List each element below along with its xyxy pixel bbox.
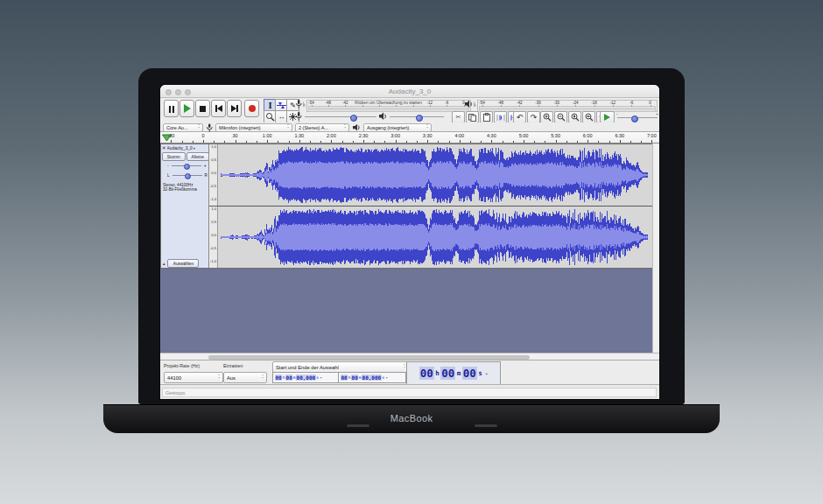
playback-meter-toolbar[interactable]: LR -54-48-42-36-30-24-18-12-60: [465, 99, 658, 111]
horizontal-scrollbar-thumb[interactable]: [208, 355, 530, 360]
pan-slider[interactable]: [170, 172, 205, 178]
meter-scale-tick: [613, 105, 614, 107]
audio-position-display[interactable]: 00h00m00s▾: [406, 361, 501, 385]
zoom-selection-button[interactable]: [568, 111, 581, 123]
ruler-tick: [267, 140, 268, 143]
close-track-icon[interactable]: ✕: [162, 145, 166, 150]
amplitude-scale-label: 0,5: [211, 158, 216, 162]
time-digits[interactable]: 00,000: [296, 374, 316, 381]
vertical-scale-left-channel[interactable]: 1,00,50,0-0,5-1,0: [209, 144, 218, 206]
chevron-updown-icon: ˆˇ: [196, 125, 200, 130]
waveform-right-channel[interactable]: [218, 206, 652, 268]
ruler-tick: [224, 141, 225, 143]
zoom-out-button[interactable]: [554, 111, 567, 123]
amplitude-scale-label: 0,5: [211, 220, 216, 224]
skip-to-end-button[interactable]: [227, 100, 242, 117]
dropdown-caret-icon[interactable]: ▾: [386, 375, 388, 380]
vertical-scrollbar[interactable]: [652, 144, 659, 353]
selection-end-time-field[interactable]: 00h00m00,000s▾: [338, 372, 406, 383]
audio-host-dropdown[interactable]: Core Au...ˆˇ: [163, 123, 203, 132]
stop-button[interactable]: [195, 100, 210, 117]
copy-button[interactable]: [466, 111, 479, 123]
dropdown-caret-icon[interactable]: ▾: [485, 371, 488, 376]
waveform-left-channel[interactable]: [218, 144, 652, 206]
select-track-button[interactable]: Auswählen: [167, 259, 199, 268]
record-button[interactable]: [244, 100, 259, 117]
macbook-screen: Audacity_3_0 I ✎ ↔: [138, 68, 685, 404]
meter-scale-tick: [594, 105, 595, 107]
device-toolbar: Core Au...ˆˇ Mikrofon (integriert)ˆˇ 2 (…: [160, 122, 659, 132]
trim-audio-button[interactable]: [494, 111, 507, 123]
recording-channels-dropdown[interactable]: 2 (Stereo) A...ˆˇ: [295, 123, 349, 132]
play-at-speed-button[interactable]: [600, 111, 615, 123]
playback-device-dropdown[interactable]: Ausgang (integriert)ˆˇ: [363, 123, 432, 132]
zoom-selection-icon: [571, 113, 580, 122]
zoom-project-icon: [585, 113, 594, 122]
ruler-tick: [620, 140, 621, 143]
track-menu-icon[interactable]: ▾: [193, 146, 195, 150]
dropdown-caret-icon[interactable]: ▾: [320, 375, 322, 380]
meter-scale-tick: [312, 105, 313, 107]
audio-track[interactable]: ✕ Audacity_3_0 ▾ Stumm Alleine - + L: [160, 144, 652, 269]
solo-button[interactable]: Alleine: [186, 152, 210, 161]
mute-button[interactable]: Stumm: [162, 152, 186, 161]
meter-scale-tick: [362, 105, 363, 107]
ruler-tick: [598, 141, 599, 143]
paste-button[interactable]: [480, 111, 493, 123]
time-unit-label: s: [316, 375, 320, 380]
microphone-icon: [206, 123, 213, 132]
meter-scale-tick: [396, 105, 397, 107]
recording-meter-toolbar[interactable]: LR -54-48-42-36-30-24-18-12-60Klicken um…: [295, 99, 471, 111]
amplitude-scale-label: -0,5: [210, 185, 216, 188]
zoom-in-button[interactable]: [540, 111, 553, 123]
horizontal-scrollbar[interactable]: [160, 353, 659, 360]
track-name[interactable]: Audacity_3_0: [167, 146, 193, 150]
meter-right-label: R: [303, 105, 306, 108]
playback-speed-slider[interactable]: - +: [617, 113, 658, 122]
window-titlebar[interactable]: Audacity_3_0: [160, 85, 659, 98]
undo-button[interactable]: ↶: [513, 111, 526, 123]
ruler-tick-label: 2:00: [327, 133, 336, 138]
selection-toolbar: Projekt-Rate (Hz) Einrasten Start und En…: [160, 360, 659, 384]
undo-icon: ↶: [517, 113, 524, 122]
play-at-speed-toolbar: - +: [600, 111, 658, 123]
playback-level-meter[interactable]: -54-48-42-36-30-24-18-12-60: [477, 100, 658, 112]
ruler-tick-label: 5:30: [551, 133, 560, 138]
timeline-ruler[interactable]: -300301:001:302:002:303:003:304:004:305:…: [160, 132, 659, 144]
skip-to-start-button[interactable]: [211, 100, 226, 117]
selection-start-time-field[interactable]: 00h00m00,000s▾: [272, 372, 341, 383]
ruler-tick-label: 3:00: [390, 133, 400, 138]
recording-volume-slider[interactable]: [305, 112, 376, 121]
cut-button[interactable]: ✂: [452, 111, 465, 123]
time-digits[interactable]: 00: [440, 367, 455, 380]
monitoring-hint[interactable]: Klicken um Überwachung zu starten: [353, 101, 424, 105]
speaker-icon: [353, 123, 361, 132]
redo-button[interactable]: ↷: [527, 111, 540, 123]
ruler-tick: [182, 141, 183, 143]
time-digits[interactable]: 00: [275, 374, 282, 381]
meter-scale-tick: [430, 105, 431, 107]
snap-dropdown[interactable]: Aus ˆˇ: [223, 372, 267, 383]
pause-button[interactable]: [164, 100, 179, 117]
time-digits[interactable]: 00: [341, 374, 348, 381]
time-digits[interactable]: 00: [419, 367, 434, 380]
zoom-project-button[interactable]: [582, 111, 595, 123]
collapse-track-icon[interactable]: ▲: [162, 262, 165, 266]
time-digits[interactable]: 00: [351, 374, 358, 381]
time-digits[interactable]: 00: [285, 374, 292, 381]
vertical-scale-right-channel[interactable]: 1,00,50,0-0,5-1,0: [209, 206, 218, 268]
gain-slider[interactable]: [169, 162, 204, 169]
playback-volume-slider[interactable]: [390, 112, 444, 121]
ruler-tick: [320, 141, 321, 143]
recording-level-meter[interactable]: -54-48-42-36-30-24-18-12-60Klicken um Üb…: [306, 100, 471, 112]
ruler-tick-label: 5:00: [519, 133, 529, 138]
project-rate-dropdown[interactable]: 44100 ˆˇ: [164, 372, 223, 383]
time-unit-label: s: [382, 375, 385, 380]
play-button[interactable]: [179, 100, 194, 117]
recording-device-dropdown[interactable]: Mikrofon (integriert)ˆˇ: [215, 123, 292, 132]
base-notch-left: [347, 424, 369, 427]
time-digits[interactable]: 00,000: [362, 374, 382, 381]
ruler-tick: [171, 140, 172, 143]
time-digits[interactable]: 00: [462, 367, 477, 380]
ibeam-icon: I: [268, 102, 271, 110]
